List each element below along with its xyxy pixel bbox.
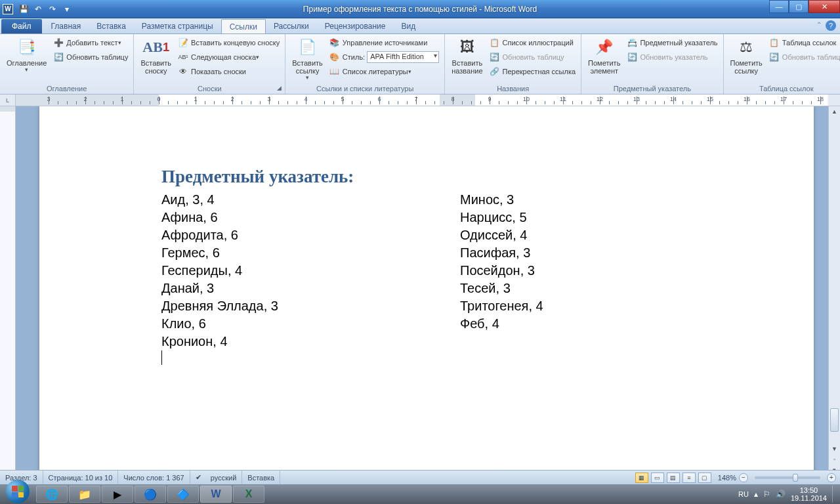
taskbar-app[interactable]: 🔷	[167, 486, 199, 503]
close-button[interactable]: ✕	[808, 0, 840, 13]
tray-flag-icon[interactable]: ⚐	[763, 490, 770, 499]
citation-style-row: 🎨 Стиль: APA Fifth Edition	[327, 50, 442, 64]
mark-entry-button[interactable]: 📌 Пометить элемент	[584, 35, 624, 76]
qat-customize-icon[interactable]: ▾	[60, 3, 74, 16]
status-page[interactable]: Страница: 10 из 10	[43, 471, 119, 484]
cross-reference-button[interactable]: 🔗Перекрестная ссылка	[487, 64, 579, 79]
next-footnote-button[interactable]: AB¹Следующая сноска	[175, 50, 282, 64]
show-footnotes-button[interactable]: 👁Показать сноски	[175, 64, 282, 79]
group-label-index: Предметный указатель	[584, 84, 720, 94]
tab-review[interactable]: Рецензирование	[317, 19, 394, 33]
view-reading-button[interactable]: ▭	[651, 472, 664, 483]
zoom-out-button[interactable]: −	[739, 473, 748, 482]
index-heading: Предметный указатель:	[161, 167, 814, 187]
toc-button[interactable]: 📑 Оглавление	[3, 35, 51, 75]
group-authorities: ⚖ Пометить ссылку 📋Таблица ссылок 🔄Обнов…	[724, 34, 840, 94]
caption-icon: 🖼	[457, 37, 478, 58]
file-tab[interactable]: Файл	[1, 19, 42, 33]
tab-view[interactable]: Вид	[393, 19, 423, 33]
zoom-level[interactable]: 148%	[718, 474, 736, 482]
table-of-figures-button[interactable]: 📋Список иллюстраций	[487, 35, 579, 50]
insert-endnote-button[interactable]: 📝Вставить концевую сноску	[175, 35, 282, 50]
window-title: Пример оформления текста с помощью стиле…	[303, 5, 537, 14]
group-label-toc: Оглавление	[3, 84, 131, 94]
scroll-up-icon[interactable]: ▲	[829, 106, 840, 117]
tab-home[interactable]: Главная	[43, 19, 89, 33]
add-text-button[interactable]: ➕Добавить текст	[51, 35, 131, 50]
status-insert-mode[interactable]: Вставка	[242, 471, 280, 484]
figures-icon: 📋	[490, 37, 500, 48]
mark-citation-button[interactable]: ⚖ Пометить ссылку	[726, 35, 766, 76]
show-desktop-button[interactable]	[832, 486, 837, 503]
tab-mailings[interactable]: Рассылки	[266, 19, 317, 33]
tab-references[interactable]: Ссылки	[221, 19, 266, 33]
scroll-down-icon[interactable]: ▼	[829, 444, 840, 454]
zoom-in-button[interactable]: +	[827, 473, 836, 482]
insert-footnote-button[interactable]: AB1 Вставить сноску	[136, 35, 175, 76]
index-entry: Кронион, 4	[161, 333, 460, 350]
help-icon[interactable]: ?	[826, 20, 836, 31]
minimize-button[interactable]: ―	[769, 0, 789, 13]
index-entry: Данай, 3	[161, 280, 460, 297]
status-right: ▦ ▭ ▤ ≡ ▢ 148% − +	[635, 472, 840, 483]
ribbon-minimize-icon[interactable]: ⌃	[816, 21, 822, 28]
view-outline-button[interactable]: ≡	[682, 472, 696, 483]
undo-icon[interactable]: ↶	[32, 3, 45, 16]
tray-lang[interactable]: RU	[738, 490, 749, 498]
tray-show-hidden-icon[interactable]: ▴	[754, 490, 758, 499]
tab-insert[interactable]: Вставка	[89, 19, 134, 33]
horizontal-ruler[interactable]: 3210123456789101112131415161718	[16, 94, 828, 106]
footnotes-dialog-launcher[interactable]: ◢	[274, 83, 284, 93]
start-button[interactable]	[0, 484, 35, 504]
update-auth-icon: 🔄	[769, 52, 780, 62]
style-icon: 🎨	[329, 52, 340, 62]
tray-volume-icon[interactable]: 🔊	[776, 490, 786, 499]
maximize-button[interactable]: ▢	[789, 0, 808, 13]
update-index-button[interactable]: 🔄Обновить указатель	[624, 50, 720, 64]
zoom-slider-thumb[interactable]	[793, 474, 798, 482]
index-entry: Клио, 6	[161, 315, 460, 333]
status-word-count[interactable]: Число слов: 1 367	[118, 471, 190, 484]
text-cursor	[161, 350, 162, 365]
redo-icon[interactable]: ↷	[46, 3, 59, 16]
taskbar-ie[interactable]: 🌐	[36, 486, 68, 503]
vertical-scrollbar[interactable]: ▲ ▼ ◦ ▾	[828, 106, 840, 475]
ruler-corner[interactable]: L	[0, 94, 16, 106]
tray-clock[interactable]: 13:50 19.11.2014	[791, 486, 827, 502]
document-page[interactable]: Предметный указатель: Аид, 3, 4Афина, 6А…	[39, 106, 814, 474]
bibliography-icon: 📖	[329, 66, 340, 77]
view-print-layout-button[interactable]: ▦	[635, 472, 648, 483]
vertical-ruler[interactable]	[0, 106, 16, 475]
taskbar-excel[interactable]: X	[233, 486, 264, 503]
view-web-button[interactable]: ▤	[667, 472, 680, 483]
bibliography-button[interactable]: 📖Список литературы	[327, 64, 442, 79]
taskbar-media[interactable]: ▶	[102, 486, 133, 503]
taskbar-chrome[interactable]: 🔵	[135, 486, 166, 503]
group-toc: 📑 Оглавление ➕Добавить текст 🔄Обновить т…	[0, 34, 134, 94]
insert-index-button[interactable]: 📇Предметный указатель	[624, 35, 720, 50]
page-viewport[interactable]: Предметный указатель: Аид, 3, 4Афина, 6А…	[16, 106, 828, 475]
tab-page-layout[interactable]: Разметка страницы	[134, 19, 221, 33]
index-entry: Тесей, 3	[460, 280, 759, 297]
footnote-icon: AB1	[146, 37, 167, 58]
update-figures-button[interactable]: 🔄Обновить таблицу	[487, 50, 579, 64]
index-entry: Посейдон, 3	[460, 262, 759, 280]
update-authorities-button[interactable]: 🔄Обновить таблицу	[766, 50, 840, 64]
taskbar-explorer[interactable]: 📁	[69, 486, 100, 503]
citation-style-select[interactable]: APA Fifth Edition	[367, 51, 439, 63]
crossref-icon: 🔗	[490, 66, 500, 77]
zoom-slider[interactable]	[755, 476, 820, 479]
view-draft-button[interactable]: ▢	[698, 472, 711, 483]
scroll-thumb[interactable]	[830, 408, 839, 432]
taskbar-word[interactable]: W	[200, 486, 232, 503]
index-column-2: Минос, 3Нарцисс, 5Одиссей, 4Пасифая, 3По…	[460, 191, 759, 350]
insert-citation-button[interactable]: 📄 Вставить ссылку	[288, 35, 327, 83]
update-toc-button[interactable]: 🔄Обновить таблицу	[51, 50, 131, 64]
insert-caption-button[interactable]: 🖼 Вставить название	[448, 35, 486, 76]
index-entry: Афина, 6	[161, 209, 460, 226]
browse-prev-icon[interactable]: ◦	[829, 454, 840, 465]
save-icon[interactable]: 💾	[17, 3, 30, 16]
manage-sources-button[interactable]: 📚Управление источниками	[327, 35, 442, 50]
status-language[interactable]: ✔ русский	[190, 471, 243, 484]
insert-authorities-button[interactable]: 📋Таблица ссылок	[766, 35, 840, 50]
